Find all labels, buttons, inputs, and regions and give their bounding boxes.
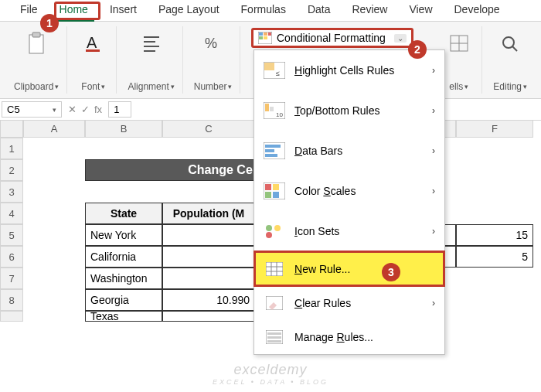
svg-rect-15 [259,32,263,36]
cell-state[interactable]: Washington [85,268,162,289]
tab-review[interactable]: Review [342,0,399,21]
group-clipboard[interactable]: Clipboard▾ [6,26,67,94]
tab-view[interactable]: View [398,0,443,21]
cell-pop[interactable] [162,246,255,268]
cell[interactable] [456,268,533,289]
menu-icon-sets[interactable]: Icon Sets › [254,211,444,251]
col-header[interactable]: C [162,121,255,138]
cell-target-val[interactable]: 5 [456,246,533,268]
svg-rect-1 [32,32,40,37]
cell[interactable] [456,311,533,322]
cell[interactable] [23,138,85,159]
cell-state[interactable]: New York [85,224,162,246]
cell[interactable] [23,159,85,181]
cell[interactable] [456,138,533,159]
cell-pop[interactable] [162,311,255,322]
row-header[interactable]: 7 [0,268,23,289]
group-number[interactable]: % Number▾ [186,26,241,94]
fx-icon[interactable]: fx [94,104,102,115]
cell[interactable] [456,289,533,311]
cell[interactable] [162,138,255,159]
cell[interactable] [23,311,85,322]
watermark: exceldemy EXCEL • DATA • BLOG [213,362,328,386]
group-font[interactable]: A Font▾ [70,26,117,94]
conditional-formatting-button[interactable]: Conditional Formatting ⌄ [251,28,413,48]
cell[interactable] [456,203,533,224]
tab-insert[interactable]: Insert [99,0,148,21]
cell-state[interactable]: Texas [85,311,162,322]
svg-text:%: % [205,36,217,51]
cell[interactable] [23,224,85,246]
cell-state[interactable]: California [85,246,162,268]
tab-page-layout[interactable]: Page Layout [148,0,230,21]
svg-rect-47 [267,336,281,339]
group-alignment-label: Alignment▾ [128,81,174,92]
svg-text:≤: ≤ [276,70,280,77]
cell[interactable] [23,203,85,224]
cell[interactable] [85,138,162,159]
data-bars-icon [264,141,285,160]
row-header[interactable] [0,311,23,322]
cell-pop[interactable] [162,224,255,246]
cell[interactable] [456,159,533,181]
row-header[interactable]: 2 [0,159,23,181]
tab-formulas[interactable]: Formulas [230,0,297,21]
menu-manage-rules[interactable]: Manage Rules... [254,320,444,354]
tab-data[interactable]: Data [297,0,342,21]
menu-label: Clear Rules [294,297,423,309]
header-population[interactable]: Population (M [162,203,255,224]
color-scales-icon [264,182,285,200]
chevron-right-icon: › [432,186,435,196]
row-header[interactable]: 3 [0,181,23,203]
cell[interactable] [23,289,85,311]
cell-state[interactable]: Georgia [85,289,162,311]
cell[interactable] [23,246,85,268]
group-number-label: Number▾ [194,81,233,92]
group-editing[interactable]: Editing▾ [485,26,535,94]
svg-rect-34 [265,192,271,198]
row-header[interactable]: 6 [0,246,23,268]
name-box[interactable]: C5 ▾ [2,101,62,118]
row-header[interactable]: 8 [0,289,23,311]
cancel-icon[interactable]: ✕ [68,104,77,115]
row-header[interactable]: 1 [0,138,23,159]
chevron-right-icon: › [432,226,435,237]
cell-pop[interactable]: 10.990 [162,289,255,311]
menu-clear-rules[interactable]: Clear Rules › [254,286,444,320]
menu-data-bars[interactable]: Data Bars › [254,131,444,171]
conditional-formatting-menu: ≤ Highlight Cells Rules › 10 Top/Bottom … [253,49,445,355]
cell-target-val[interactable]: 15 [456,224,533,246]
svg-line-13 [512,46,517,51]
tab-developer[interactable]: Develope [444,0,511,21]
formula-bar-buttons: ✕ ✓ fx [63,104,107,115]
cell[interactable] [23,181,85,203]
header-state[interactable]: State [85,203,162,224]
cell-pop[interactable] [162,268,255,289]
row-header[interactable]: 4 [0,203,23,224]
cell[interactable] [456,181,533,203]
svg-rect-21 [264,63,274,70]
cell[interactable] [162,181,255,203]
cell[interactable] [85,181,162,203]
enter-icon[interactable]: ✓ [81,104,90,115]
new-rule-icon [264,260,285,278]
col-header[interactable]: F [456,121,533,138]
annotation-badge-3: 3 [382,263,400,281]
menu-top-bottom-rules[interactable]: 10 Top/Bottom Rules › [254,90,444,131]
name-box-value: C5 [7,104,20,115]
menu-label: New Rule... [294,263,435,275]
group-alignment[interactable]: Alignment▾ [120,26,182,94]
manage-rules-icon [264,328,285,346]
select-all-corner[interactable] [0,121,23,138]
col-header[interactable]: A [23,121,85,138]
col-header[interactable]: B [85,121,162,138]
svg-text:A: A [87,34,97,51]
menu-color-scales[interactable]: Color Scales › [254,171,444,211]
chevron-right-icon: › [432,298,435,308]
svg-point-36 [266,225,272,231]
cell[interactable] [23,268,85,289]
row-header[interactable]: 5 [0,224,23,246]
formula-input[interactable]: 1 [108,101,131,118]
menu-new-rule[interactable]: New Rule... [254,251,444,286]
svg-rect-0 [29,35,43,53]
